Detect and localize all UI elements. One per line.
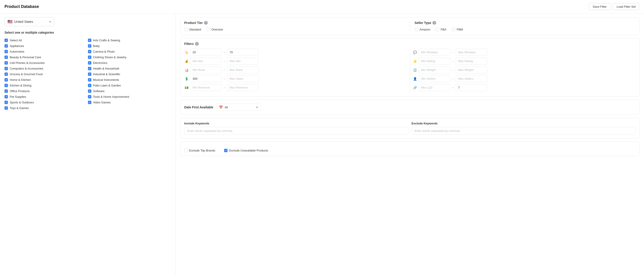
filter-sellers-icon: 👤	[413, 77, 418, 81]
filter-rating-max[interactable]	[456, 58, 487, 65]
product-tier-option[interactable]: Oversize	[206, 28, 223, 31]
seller-type-help-icon[interactable]: ?	[432, 21, 436, 25]
filter-net-icon: 💰	[184, 59, 189, 63]
exclude-keywords-col: Exclude Keywords	[412, 122, 636, 135]
category-item[interactable]: ✓Tools & Home Improvement	[88, 94, 171, 100]
filter-rank-max[interactable]	[227, 66, 259, 73]
category-item[interactable]: ✓Appliances	[4, 43, 88, 49]
category-item[interactable]: ✓Beauty & Personal Care	[4, 54, 88, 60]
product-tier-option[interactable]: Standard	[184, 28, 201, 31]
category-item[interactable]: ✓Computers & Accessories	[4, 66, 88, 71]
exclude-row: Exclude Top Brands✓Exclude Unavailable P…	[184, 149, 636, 152]
arrow-icon: →	[452, 60, 454, 63]
exclude-keywords-input[interactable]	[412, 127, 636, 135]
category-item[interactable]: ✓Patio Lawn & Garden	[88, 83, 171, 88]
load-filter-button[interactable]: Load Filter Set	[613, 3, 640, 10]
category-item[interactable]: ✓Select All	[4, 38, 88, 43]
checkbox-checked: ✓	[88, 73, 91, 76]
filter-net-min[interactable]	[190, 58, 222, 65]
category-item[interactable]: ✓Electronics	[88, 60, 171, 66]
save-filter-button[interactable]: Save Filter	[589, 3, 610, 10]
category-item[interactable]: ✓Clothing Shoes & Jewelry	[88, 54, 171, 60]
checkbox-checked: ✓	[88, 50, 91, 53]
category-item[interactable]: ✓Software	[88, 88, 171, 94]
checkbox-checked: ✓	[88, 95, 91, 98]
country-selector[interactable]: 🇺🇸 United States ▼	[4, 17, 54, 26]
category-item[interactable]: ✓Sports & Outdoors	[4, 100, 88, 105]
category-item[interactable]: ✓Musical Instruments	[88, 77, 171, 83]
category-item[interactable]: ✓Cell Phones & Accessories	[4, 60, 88, 66]
filter-price-min[interactable]	[190, 49, 222, 56]
product-tier-seller-type-section: Product Tier ? StandardOversize Seller T…	[180, 17, 640, 35]
keywords-section: Include Keywords Exclude Keywords	[180, 118, 640, 139]
filter-row-sales: 💲 →	[184, 75, 407, 82]
date-select[interactable]: 📅 All ▼	[216, 104, 261, 111]
filters-help-icon[interactable]: ?	[195, 42, 199, 46]
left-panel: 🇺🇸 United States ▼ Select one or multipl…	[0, 14, 176, 275]
filter-revenue-max[interactable]	[227, 84, 259, 91]
filter-row-rank: 📊 →	[184, 66, 407, 73]
exclude-option-unavailable[interactable]: ✓Exclude Unavailable Products	[224, 149, 268, 152]
filter-reviews-icon: 💬	[413, 51, 418, 54]
include-keywords-label: Include Keywords	[184, 122, 408, 125]
header: Product Database Save Filter Load Filter…	[0, 0, 644, 14]
filter-price-max[interactable]	[227, 49, 259, 56]
filter-weight-max[interactable]	[456, 66, 487, 73]
filter-revenue-icon: 💵	[184, 86, 189, 89]
filter-row-net: 💰 →	[184, 58, 407, 65]
category-item[interactable]: ✓Toys & Games	[4, 105, 88, 111]
filter-sales-min[interactable]	[190, 75, 222, 82]
arrow-icon: →	[223, 77, 226, 80]
categories-grid: ✓Select All✓Appliances✓Automotive✓Beauty…	[4, 38, 171, 111]
product-tier-header: Product Tier ?	[184, 21, 406, 25]
checkbox-checked: ✓	[4, 73, 8, 76]
filter-sales-max[interactable]	[227, 75, 259, 82]
date-chevron-icon: ▼	[256, 106, 258, 109]
filter-reviews-max[interactable]	[456, 49, 487, 56]
seller-type-option[interactable]: FBA	[436, 28, 446, 31]
category-item[interactable]: ✓Industrial & Scientific	[88, 71, 171, 77]
seller-type-option[interactable]: FBM	[452, 28, 463, 31]
checkbox-checked: ✓	[4, 106, 8, 110]
category-item[interactable]: ✓Arts Crafts & Sewing	[88, 38, 171, 43]
checkbox-checked: ✓	[4, 67, 8, 70]
checkbox-checked-blue: ✓	[224, 149, 228, 152]
checkbox-checked: ✓	[4, 95, 8, 98]
category-item[interactable]: ✓Video Games	[88, 100, 171, 105]
category-item[interactable]: ✓Kitchen & Dining	[4, 83, 88, 88]
product-tier-help-icon[interactable]: ?	[204, 21, 208, 25]
exclude-option-top_brands[interactable]: Exclude Top Brands	[184, 149, 215, 152]
filter-revenue-min[interactable]	[190, 84, 222, 91]
checkbox-checked: ✓	[88, 101, 91, 104]
category-item[interactable]: ✓Health & Household	[88, 66, 171, 71]
checkbox-empty	[436, 28, 439, 31]
filter-net-max[interactable]	[227, 58, 259, 65]
filter-weight-min[interactable]	[419, 66, 450, 73]
checkbox-checked: ✓	[4, 84, 8, 87]
category-item[interactable]: ✓Home & Kitchen	[4, 77, 88, 83]
category-item[interactable]: ✓Pet Supplies	[4, 94, 88, 100]
filter-lqs-max[interactable]	[456, 84, 487, 91]
filter-rank-min[interactable]	[190, 66, 222, 73]
include-keywords-input[interactable]	[184, 127, 408, 135]
checkbox-checked: ✓	[4, 44, 8, 48]
seller-type-option[interactable]: Amazon	[415, 28, 430, 31]
arrow-icon: →	[452, 51, 454, 54]
filter-sellers-max[interactable]	[456, 75, 487, 82]
filter-rating-min[interactable]	[419, 58, 450, 65]
filter-sellers-min[interactable]	[419, 75, 450, 82]
right-panel: Product Tier ? StandardOversize Seller T…	[176, 14, 644, 275]
category-item[interactable]: ✓Automotive	[4, 49, 88, 54]
filter-lqs-min[interactable]	[419, 84, 450, 91]
filters-header: Filters ?	[184, 42, 636, 46]
product-tier-label: Product Tier	[184, 21, 203, 25]
country-name: United States	[14, 20, 47, 24]
category-item[interactable]: ✓Baby	[88, 43, 171, 49]
category-item[interactable]: ✓Office Products	[4, 88, 88, 94]
filter-reviews-min[interactable]	[419, 49, 450, 56]
filter-row-sellers: 👤 →	[413, 75, 636, 82]
category-item[interactable]: ✓Grocery & Gourmet Food	[4, 71, 88, 77]
date-row: Date First Available 📅 All ▼	[184, 104, 636, 111]
category-item[interactable]: ✓Camera & Photo	[88, 49, 171, 54]
checkbox-checked: ✓	[4, 89, 8, 93]
